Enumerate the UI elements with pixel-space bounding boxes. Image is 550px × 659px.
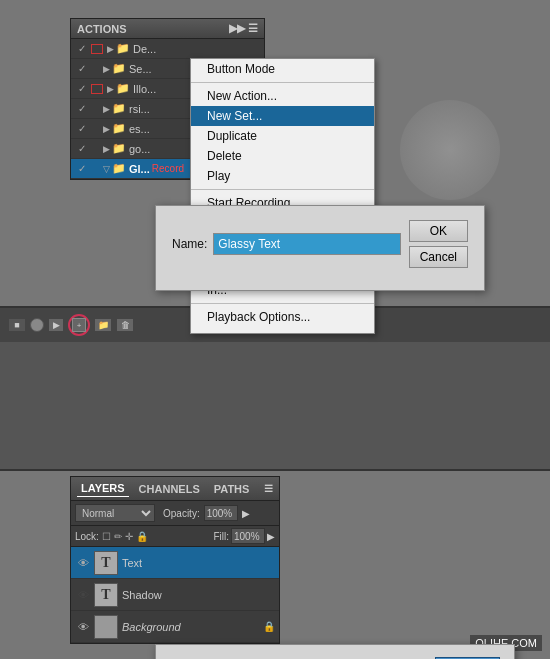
menu-item-playback-options[interactable] <box>191 327 374 333</box>
folder-4: 📁 <box>112 102 126 115</box>
folder-6: 📁 <box>112 142 126 155</box>
dialog-cancel-button[interactable]: Cancel <box>409 246 468 268</box>
row-label-6: go... <box>129 143 150 155</box>
folder-new-button[interactable]: 📁 <box>94 318 112 332</box>
blend-mode-select[interactable]: Normal <box>75 504 155 522</box>
check-3: ✓ <box>75 83 89 94</box>
menu-item-new-set[interactable]: New Set... <box>191 106 374 126</box>
menu-item-button-mode[interactable]: Button Mode <box>191 59 374 79</box>
lock-all-icon[interactable]: 🔒 <box>136 531 148 542</box>
check-5: ✓ <box>75 123 89 134</box>
row-label-1: De... <box>133 43 156 55</box>
thumb-shadow: T <box>94 583 118 607</box>
triangle-5[interactable]: ▶ <box>103 124 110 134</box>
folder-7: 📁 <box>112 162 126 175</box>
row-label-5: es... <box>129 123 150 135</box>
tab-paths[interactable]: PATHS <box>210 481 254 497</box>
layers-header: LAYERS CHANNELS PATHS ☰ <box>71 477 279 501</box>
folder-1: 📁 <box>116 42 130 55</box>
layer-row-text[interactable]: 👁 T Text <box>71 547 279 579</box>
thumb-text: T <box>94 551 118 575</box>
layers-panel: LAYERS CHANNELS PATHS ☰ Normal Opacity: … <box>70 476 280 644</box>
fill-arrow[interactable]: ▶ <box>267 531 275 542</box>
check-4: ✓ <box>75 103 89 114</box>
triangle-1[interactable]: ▶ <box>107 44 114 54</box>
red-box-3 <box>91 84 103 94</box>
triangle-4[interactable]: ▶ <box>103 104 110 114</box>
fill-input[interactable] <box>231 528 265 544</box>
lock-image-icon[interactable]: ✏ <box>114 531 122 542</box>
red-box-1 <box>91 44 103 54</box>
menu-item-delete[interactable]: Delete <box>191 146 374 166</box>
layer-row-background[interactable]: 👁 Background 🔒 <box>71 611 279 643</box>
opacity-label-text: Opacity: <box>163 508 200 519</box>
folder-2: 📁 <box>112 62 126 75</box>
check-7: ✓ <box>75 163 89 174</box>
opacity-arrow[interactable]: ▶ <box>242 508 250 519</box>
thumb-background <box>94 615 118 639</box>
check-1: ✓ <box>75 43 89 54</box>
recording-label: Record <box>152 163 184 174</box>
row-label-4: rsi... <box>129 103 150 115</box>
layers-lock-fill-row: Lock: ☐ ✏ ✛ 🔒 Fill: ▶ <box>71 526 279 547</box>
eye-text[interactable]: 👁 <box>75 555 91 571</box>
check-2: ✓ <box>75 63 89 74</box>
expand-7[interactable]: ▽ <box>103 164 110 174</box>
play-button[interactable]: ▶ <box>48 318 64 332</box>
layer-row-shadow[interactable]: 👁 T Shadow <box>71 579 279 611</box>
new-set-dialog: Name: OK Cancel <box>155 205 485 291</box>
opacity-input[interactable] <box>204 505 238 521</box>
menu-item-play[interactable]: Play <box>191 166 374 186</box>
actions-menu-icon[interactable]: ▶▶ <box>229 22 245 35</box>
bg-decoration-circle-1 <box>400 100 500 200</box>
background-lock-icon: 🔒 <box>263 621 275 632</box>
eye-shadow[interactable]: 👁 <box>75 587 91 603</box>
layer-name-text: Text <box>122 557 142 569</box>
dialog-name-input[interactable] <box>213 233 400 255</box>
layers-blend-controls: Normal Opacity: ▶ <box>71 501 279 526</box>
dialog-name-label: Name: <box>172 237 207 251</box>
stop-button[interactable]: ■ <box>8 318 26 332</box>
folder-5: 📁 <box>112 122 126 135</box>
triangle-2[interactable]: ▶ <box>103 64 110 74</box>
new-action-icon: + <box>72 318 86 332</box>
layer-name-background: Background <box>122 621 181 633</box>
lock-label-text: Lock: <box>75 531 99 542</box>
lock-position-icon[interactable]: ✛ <box>125 531 133 542</box>
row-label-3: Illo... <box>133 83 156 95</box>
row-label-2: Se... <box>129 63 152 75</box>
fill-label-text: Fill: <box>213 531 229 542</box>
dialog-buttons: OK Cancel <box>401 220 468 268</box>
triangle-3[interactable]: ▶ <box>107 84 114 94</box>
actions-row-1[interactable]: ✓ ▶ 📁 De... <box>71 39 264 59</box>
lock-transparent-icon[interactable]: ☐ <box>102 531 111 542</box>
actions-panel-header: ACTIONS ▶▶ ☰ <box>71 19 264 39</box>
record-dot-button[interactable] <box>30 318 44 332</box>
menu-divider-4 <box>191 303 374 304</box>
check-6: ✓ <box>75 143 89 154</box>
tab-channels[interactable]: CHANNELS <box>135 481 204 497</box>
menu-divider-1 <box>191 82 374 83</box>
layer-name-shadow: Shadow <box>122 589 162 601</box>
row-label-7: Gl... <box>129 163 150 175</box>
delete-button[interactable]: 🗑 <box>116 318 134 332</box>
dialog-ok-button[interactable]: OK <box>409 220 468 242</box>
triangle-6[interactable]: ▶ <box>103 144 110 154</box>
menu-item-new-action[interactable]: New Action... <box>191 86 374 106</box>
folder-3: 📁 <box>116 82 130 95</box>
menu-item-action-options[interactable]: Playback Options... <box>191 307 374 327</box>
actions-options-icon[interactable]: ☰ <box>248 22 258 35</box>
menu-divider-2 <box>191 189 374 190</box>
fill-control: Fill: ▶ <box>213 528 275 544</box>
dialog-name-row: Name: OK Cancel <box>172 220 468 268</box>
menu-item-duplicate[interactable]: Duplicate <box>191 126 374 146</box>
new-action-dialog: Name: Record Cancel Set: Glassy Text Fun… <box>155 644 515 659</box>
highlighted-new-action-button[interactable]: + <box>68 314 90 336</box>
tab-layers[interactable]: LAYERS <box>77 480 129 497</box>
dropdown-menu: Button Mode New Action... New Set... Dup… <box>190 58 375 334</box>
actions-header-icons: ▶▶ ☰ <box>229 22 258 35</box>
actions-panel-title: ACTIONS <box>77 23 127 35</box>
eye-background[interactable]: 👁 <box>75 619 91 635</box>
layers-panel-menu[interactable]: ☰ <box>264 483 273 494</box>
